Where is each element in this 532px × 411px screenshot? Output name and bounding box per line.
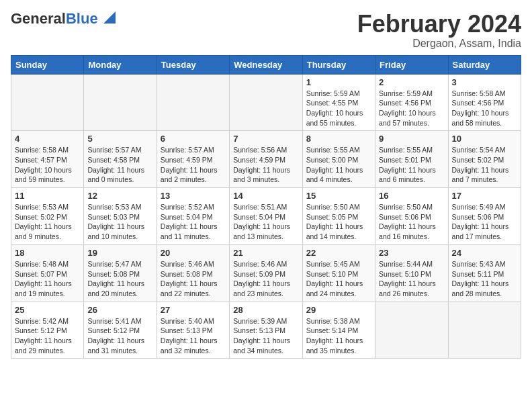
day-info: Sunrise: 5:52 AM Sunset: 5:04 PM Dayligh… — [161, 202, 226, 242]
calendar-cell: 23Sunrise: 5:44 AM Sunset: 5:10 PM Dayli… — [375, 244, 448, 302]
day-info: Sunrise: 5:59 AM Sunset: 4:56 PM Dayligh… — [379, 89, 444, 128]
day-of-week-header: Tuesday — [157, 55, 229, 74]
day-info: Sunrise: 5:41 AM Sunset: 5:12 PM Dayligh… — [87, 316, 152, 356]
calendar-header-row: SundayMondayTuesdayWednesdayThursdayFrid… — [11, 55, 521, 74]
page-header: GeneralBlue February 2024 Dergaon, Assam… — [11, 11, 521, 50]
calendar-cell — [157, 74, 229, 131]
day-info: Sunrise: 5:53 AM Sunset: 5:02 PM Dayligh… — [15, 202, 80, 242]
day-info: Sunrise: 5:48 AM Sunset: 5:07 PM Dayligh… — [15, 259, 80, 299]
calendar-cell: 28Sunrise: 5:39 AM Sunset: 5:13 PM Dayli… — [230, 302, 302, 359]
day-info: Sunrise: 5:56 AM Sunset: 4:59 PM Dayligh… — [233, 145, 298, 185]
day-number: 1 — [306, 77, 371, 87]
day-info: Sunrise: 5:50 AM Sunset: 5:05 PM Dayligh… — [306, 202, 371, 242]
day-info: Sunrise: 5:47 AM Sunset: 5:08 PM Dayligh… — [87, 259, 152, 299]
day-number: 11 — [15, 191, 80, 201]
day-number: 6 — [161, 134, 226, 144]
day-info: Sunrise: 5:49 AM Sunset: 5:06 PM Dayligh… — [452, 202, 517, 242]
month-year-title: February 2024 — [357, 11, 521, 38]
calendar-cell: 21Sunrise: 5:46 AM Sunset: 5:09 PM Dayli… — [230, 244, 302, 302]
calendar-cell: 22Sunrise: 5:45 AM Sunset: 5:10 PM Dayli… — [302, 244, 375, 302]
calendar-cell: 16Sunrise: 5:50 AM Sunset: 5:06 PM Dayli… — [375, 188, 448, 245]
calendar-week-row: 25Sunrise: 5:42 AM Sunset: 5:12 PM Dayli… — [11, 302, 521, 359]
day-number: 24 — [452, 248, 517, 258]
calendar-cell — [375, 302, 448, 359]
day-number: 2 — [379, 77, 444, 87]
calendar-week-row: 11Sunrise: 5:53 AM Sunset: 5:02 PM Dayli… — [11, 188, 521, 245]
day-info: Sunrise: 5:54 AM Sunset: 5:02 PM Dayligh… — [452, 145, 517, 185]
calendar-cell: 26Sunrise: 5:41 AM Sunset: 5:12 PM Dayli… — [84, 302, 157, 359]
day-number: 19 — [87, 248, 152, 258]
calendar-week-row: 4Sunrise: 5:58 AM Sunset: 4:57 PM Daylig… — [11, 131, 521, 188]
day-info: Sunrise: 5:45 AM Sunset: 5:10 PM Dayligh… — [306, 259, 371, 299]
calendar-cell — [448, 302, 521, 359]
day-number: 5 — [87, 134, 152, 144]
day-number: 21 — [233, 248, 298, 258]
logo-blue-text: Blue — [66, 10, 98, 27]
day-number: 26 — [87, 305, 152, 315]
calendar-cell: 25Sunrise: 5:42 AM Sunset: 5:12 PM Dayli… — [11, 302, 84, 359]
day-number: 3 — [452, 77, 517, 87]
calendar-cell: 20Sunrise: 5:46 AM Sunset: 5:08 PM Dayli… — [157, 244, 229, 302]
day-info: Sunrise: 5:39 AM Sunset: 5:13 PM Dayligh… — [233, 316, 298, 356]
day-info: Sunrise: 5:55 AM Sunset: 5:00 PM Dayligh… — [306, 145, 371, 185]
calendar-table: SundayMondayTuesdayWednesdayThursdayFrid… — [11, 55, 521, 359]
day-info: Sunrise: 5:59 AM Sunset: 4:55 PM Dayligh… — [306, 89, 371, 128]
calendar-cell: 4Sunrise: 5:58 AM Sunset: 4:57 PM Daylig… — [11, 131, 84, 188]
day-info: Sunrise: 5:57 AM Sunset: 4:58 PM Dayligh… — [87, 145, 152, 185]
day-number: 27 — [161, 305, 226, 315]
calendar-week-row: 1Sunrise: 5:59 AM Sunset: 4:55 PM Daylig… — [11, 74, 521, 131]
calendar-cell — [230, 74, 302, 131]
day-info: Sunrise: 5:55 AM Sunset: 5:01 PM Dayligh… — [379, 145, 444, 185]
day-number: 9 — [379, 134, 444, 144]
calendar-cell: 1Sunrise: 5:59 AM Sunset: 4:55 PM Daylig… — [302, 74, 375, 131]
calendar-cell: 18Sunrise: 5:48 AM Sunset: 5:07 PM Dayli… — [11, 244, 84, 302]
calendar-cell: 14Sunrise: 5:51 AM Sunset: 5:04 PM Dayli… — [230, 188, 302, 245]
day-info: Sunrise: 5:46 AM Sunset: 5:08 PM Dayligh… — [161, 259, 226, 299]
title-block: February 2024 Dergaon, Assam, India — [357, 11, 521, 50]
day-number: 13 — [161, 191, 226, 201]
calendar-cell — [11, 74, 84, 131]
location-subtitle: Dergaon, Assam, India — [357, 38, 521, 50]
day-info: Sunrise: 5:57 AM Sunset: 4:59 PM Dayligh… — [161, 145, 226, 185]
calendar-cell: 29Sunrise: 5:38 AM Sunset: 5:14 PM Dayli… — [302, 302, 375, 359]
calendar-cell: 8Sunrise: 5:55 AM Sunset: 5:00 PM Daylig… — [302, 131, 375, 188]
day-number: 22 — [306, 248, 371, 258]
day-number: 18 — [15, 248, 80, 258]
calendar-cell: 9Sunrise: 5:55 AM Sunset: 5:01 PM Daylig… — [375, 131, 448, 188]
day-number: 28 — [233, 305, 298, 315]
day-info: Sunrise: 5:42 AM Sunset: 5:12 PM Dayligh… — [15, 316, 80, 356]
day-info: Sunrise: 5:44 AM Sunset: 5:10 PM Dayligh… — [379, 259, 444, 299]
day-info: Sunrise: 5:38 AM Sunset: 5:14 PM Dayligh… — [306, 316, 371, 356]
calendar-cell: 24Sunrise: 5:43 AM Sunset: 5:11 PM Dayli… — [448, 244, 521, 302]
day-of-week-header: Wednesday — [230, 55, 302, 74]
logo-icon — [103, 11, 116, 24]
calendar-cell: 19Sunrise: 5:47 AM Sunset: 5:08 PM Dayli… — [84, 244, 157, 302]
day-of-week-header: Sunday — [11, 55, 84, 74]
day-number: 17 — [452, 191, 517, 201]
calendar-cell: 7Sunrise: 5:56 AM Sunset: 4:59 PM Daylig… — [230, 131, 302, 188]
calendar-cell: 3Sunrise: 5:58 AM Sunset: 4:56 PM Daylig… — [448, 74, 521, 131]
calendar-cell: 6Sunrise: 5:57 AM Sunset: 4:59 PM Daylig… — [157, 131, 229, 188]
calendar-cell: 13Sunrise: 5:52 AM Sunset: 5:04 PM Dayli… — [157, 188, 229, 245]
day-info: Sunrise: 5:50 AM Sunset: 5:06 PM Dayligh… — [379, 202, 444, 242]
day-info: Sunrise: 5:43 AM Sunset: 5:11 PM Dayligh… — [452, 259, 517, 299]
day-number: 10 — [452, 134, 517, 144]
calendar-cell: 17Sunrise: 5:49 AM Sunset: 5:06 PM Dayli… — [448, 188, 521, 245]
day-number: 14 — [233, 191, 298, 201]
day-info: Sunrise: 5:46 AM Sunset: 5:09 PM Dayligh… — [233, 259, 298, 299]
svg-marker-0 — [103, 11, 116, 24]
calendar-cell: 27Sunrise: 5:40 AM Sunset: 5:13 PM Dayli… — [157, 302, 229, 359]
calendar-cell — [84, 74, 157, 131]
calendar-cell: 11Sunrise: 5:53 AM Sunset: 5:02 PM Dayli… — [11, 188, 84, 245]
day-info: Sunrise: 5:58 AM Sunset: 4:56 PM Dayligh… — [452, 89, 517, 128]
day-number: 16 — [379, 191, 444, 201]
day-number: 15 — [306, 191, 371, 201]
day-of-week-header: Friday — [375, 55, 448, 74]
day-number: 4 — [15, 134, 80, 144]
calendar-cell: 12Sunrise: 5:53 AM Sunset: 5:03 PM Dayli… — [84, 188, 157, 245]
day-number: 8 — [306, 134, 371, 144]
day-info: Sunrise: 5:51 AM Sunset: 5:04 PM Dayligh… — [233, 202, 298, 242]
day-number: 12 — [87, 191, 152, 201]
calendar-cell: 2Sunrise: 5:59 AM Sunset: 4:56 PM Daylig… — [375, 74, 448, 131]
day-of-week-header: Monday — [84, 55, 157, 74]
